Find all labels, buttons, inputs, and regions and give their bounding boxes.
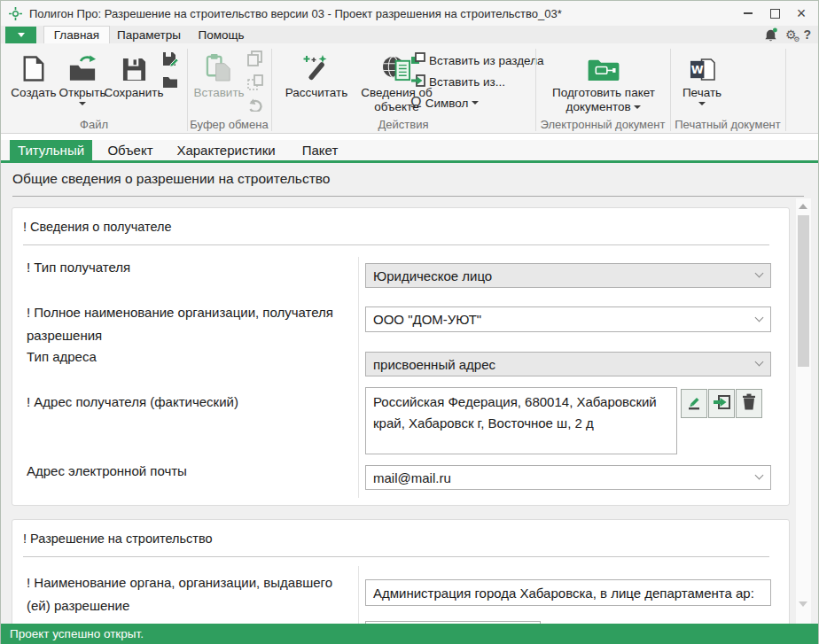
object-info-icon xyxy=(382,47,411,82)
recipient-section: ! Сведения о получателе ! Тип получателя… xyxy=(12,207,790,506)
organization-name-label: ! Полное наименование организации, получ… xyxy=(27,301,346,347)
ribbon-tab-help[interactable]: Помощь xyxy=(188,26,254,43)
word-print-icon: W xyxy=(690,47,715,82)
omega-symbol-icon: Ω xyxy=(410,96,422,110)
address-type-select[interactable]: присвоенный адрес xyxy=(365,352,771,376)
recipient-type-label: ! Тип получателя xyxy=(27,256,346,279)
chevron-down-icon xyxy=(472,101,479,105)
title-bar: Полигон Про: Разрешение на строительство… xyxy=(1,1,818,26)
edit-pencil-icon xyxy=(686,394,702,414)
ribbon-tab-parameters[interactable]: Параметры xyxy=(110,26,188,43)
symbol-button[interactable]: Ω Символ xyxy=(410,95,544,111)
authority-name-label: ! Наименование органа, организации, выда… xyxy=(27,571,346,617)
chevron-down-icon xyxy=(755,313,764,322)
insert-from-section-button[interactable]: Вставить из раздела xyxy=(410,52,544,68)
recent-folder-icon[interactable] xyxy=(162,74,178,92)
ribbon-tab-main[interactable]: Главная xyxy=(43,26,110,43)
bell-icon[interactable] xyxy=(763,27,778,43)
group-label-edoc: Электронный документ xyxy=(535,118,670,131)
column-divider xyxy=(358,257,359,498)
help-icon[interactable]: ? xyxy=(803,27,811,42)
scrollbar-thumb[interactable] xyxy=(798,215,809,367)
close-button[interactable]: × xyxy=(788,2,815,25)
group-label-printdoc: Печатный документ xyxy=(670,118,785,131)
svg-text:W: W xyxy=(690,63,703,76)
ribbon-tab-bar: Главная Параметры Помощь ⚙ ? xyxy=(1,26,818,43)
copy-icon xyxy=(247,50,263,70)
authority-name-input[interactable]: Администрация города Хабаровска, в лице … xyxy=(365,579,771,606)
chevron-down-icon xyxy=(18,33,25,37)
insert-from-button[interactable]: Вставить из... xyxy=(410,74,544,89)
chevron-down-icon xyxy=(755,269,764,278)
tab-title-page[interactable]: Титульный xyxy=(10,140,92,160)
group-label-clipboard: Буфер обмена xyxy=(187,118,271,131)
permit-section: ! Разрешение на строительство ! Наименов… xyxy=(12,519,790,624)
window-title: Полигон Про: Разрешение на строительство… xyxy=(29,7,562,20)
calculate-button[interactable]: Рассчитать xyxy=(278,47,355,100)
app-menu-button[interactable] xyxy=(5,27,36,43)
section-divider xyxy=(23,556,769,557)
maximize-icon xyxy=(770,9,780,19)
undo-icon xyxy=(247,98,263,115)
minimize-button[interactable] xyxy=(735,2,761,25)
page-title: Общие сведения о разрешении на строитель… xyxy=(12,171,330,187)
insert-from-icon xyxy=(410,74,425,90)
chevron-down-icon xyxy=(79,102,86,105)
chevron-down-icon xyxy=(755,471,764,480)
address-type-label: Тип адреса xyxy=(27,345,346,369)
chevron-down-icon xyxy=(634,105,641,109)
form-content: Общие сведения о разрешении на строитель… xyxy=(1,163,818,624)
open-folder-icon xyxy=(68,47,97,82)
recipient-address-textarea[interactable]: Российская Федерация, 680014, Хабаровски… xyxy=(365,387,677,454)
scroll-up-icon[interactable] xyxy=(799,204,807,209)
titlebar-tray: ⚙ ? xyxy=(763,26,811,43)
recipient-section-title: ! Сведения о получателе xyxy=(23,220,172,234)
insert-arrow-icon xyxy=(713,394,730,414)
paste-button: Вставить xyxy=(192,47,246,100)
open-button[interactable]: Открыть xyxy=(58,47,107,105)
scroll-down-icon[interactable] xyxy=(799,601,807,607)
save-icon xyxy=(121,47,147,82)
print-button[interactable]: W Печать xyxy=(676,47,728,105)
recipient-type-select[interactable]: Юридическое лицо xyxy=(365,263,771,288)
document-tab-bar: Титульный Объект Характеристики Пакет xyxy=(1,140,818,160)
app-window: Полигон Про: Разрешение на строительство… xyxy=(0,0,819,644)
ribbon: Создать Открыть Сохранить Файл xyxy=(1,43,818,134)
new-button[interactable]: Создать xyxy=(11,47,57,100)
gear-icon[interactable]: ⚙ xyxy=(785,27,797,42)
chevron-down-icon xyxy=(755,358,764,367)
insert-address-button[interactable] xyxy=(708,389,735,418)
column-divider xyxy=(358,566,359,624)
new-document-icon xyxy=(21,47,46,82)
paste-special-icon xyxy=(247,74,263,94)
maximize-button[interactable] xyxy=(761,2,788,25)
package-usb-folder-icon xyxy=(586,47,621,82)
trash-icon xyxy=(742,393,756,414)
tab-object[interactable]: Объект xyxy=(98,140,162,160)
vertical-scrollbar[interactable] xyxy=(796,198,811,624)
group-label-actions: Действия xyxy=(271,118,535,131)
window-controls: × xyxy=(735,1,815,26)
save-button[interactable]: Сохранить xyxy=(106,47,161,100)
tab-characteristics[interactable]: Характеристики xyxy=(168,140,285,160)
chevron-down-icon xyxy=(698,102,706,105)
delete-address-button[interactable] xyxy=(736,389,762,418)
prepare-package-button[interactable]: Подготовить пакет документов xyxy=(539,47,668,114)
recipient-address-label: ! Адрес получателя (фактический) xyxy=(27,391,346,414)
tab-package[interactable]: Пакет xyxy=(292,140,348,160)
calculate-wand-icon xyxy=(302,47,331,82)
edit-address-button[interactable] xyxy=(681,389,707,418)
paste-icon xyxy=(206,47,233,82)
organization-name-combobox[interactable]: ООО "ДОМ-УЮТ" xyxy=(365,306,771,332)
minimize-icon xyxy=(744,12,753,14)
save-as-icon[interactable] xyxy=(162,50,178,70)
permit-section-title: ! Разрешение на строительство xyxy=(23,531,213,546)
insert-from-section-icon xyxy=(410,52,425,69)
email-label: Адрес электронной почты xyxy=(27,460,346,483)
email-combobox[interactable]: mail@mail.ru xyxy=(365,465,771,490)
status-bar: Проект успешно открыт. xyxy=(1,624,818,644)
status-message: Проект успешно открыт. xyxy=(10,627,144,640)
heading-divider xyxy=(12,196,804,197)
app-logo-icon xyxy=(9,7,22,20)
group-label-file: Файл xyxy=(1,118,187,131)
